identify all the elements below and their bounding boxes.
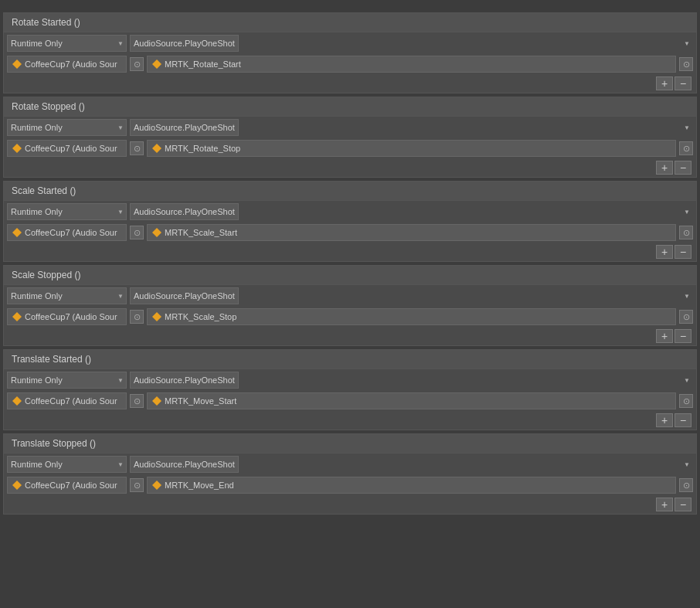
add-btn-scale-stopped[interactable]: + <box>656 329 673 343</box>
function-icon-translate-stopped <box>152 481 161 490</box>
object-name-translate-started: CoffeeCup7 (Audio Sour <box>25 396 121 406</box>
action-bar-translate-started: + − <box>4 411 696 430</box>
event-group-rotate-stopped: Rotate Stopped () Runtime Only Editor an… <box>3 97 697 178</box>
function-name-scale-stopped: MRTK_Scale_Stop <box>165 312 236 321</box>
function-field-translate-started[interactable]: MRTK_Move_Start <box>147 392 676 409</box>
function-icon-translate-started <box>152 396 161 406</box>
object-settings-btn-translate-started[interactable]: ⊙ <box>130 394 144 408</box>
object-row-rotate-started: CoffeeCup7 (Audio Sour ⊙ MRTK_Rotate_Sta… <box>4 54 696 74</box>
method-select-wrapper-scale-stopped: AudioSource.PlayOneShot <box>130 287 693 304</box>
object-icon-scale-started <box>12 228 22 237</box>
object-settings-btn-scale-stopped[interactable]: ⊙ <box>130 310 144 324</box>
method-select-rotate-started[interactable]: AudioSource.PlayOneShot <box>130 35 239 52</box>
function-field-rotate-stopped[interactable]: MRTK_Rotate_Stop <box>147 140 676 157</box>
function-field-translate-stopped[interactable]: MRTK_Move_End <box>147 477 676 494</box>
object-row-scale-stopped: CoffeeCup7 (Audio Sour ⊙ MRTK_Scale_Stop… <box>4 307 696 327</box>
runtime-select-wrapper-rotate-started: Runtime Only Editor and Runtime Off <box>7 35 127 52</box>
method-select-wrapper-translate-stopped: AudioSource.PlayOneShot <box>130 456 693 473</box>
event-group-scale-started: Scale Started () Runtime Only Editor and… <box>3 181 697 262</box>
method-select-wrapper-translate-started: AudioSource.PlayOneShot <box>130 372 693 389</box>
function-icon-rotate-started <box>152 59 161 69</box>
runtime-select-wrapper-scale-stopped: Runtime Only Editor and Runtime Off <box>7 287 127 304</box>
event-group-header-scale-started: Scale Started () <box>4 182 696 201</box>
function-field-rotate-started[interactable]: MRTK_Rotate_Start <box>147 56 676 73</box>
event-group-header-rotate-stopped: Rotate Stopped () <box>4 97 696 117</box>
add-btn-translate-started[interactable]: + <box>656 413 673 427</box>
action-bar-scale-started: + − <box>4 243 696 261</box>
object-row-translate-stopped: CoffeeCup7 (Audio Sour ⊙ MRTK_Move_End ⊙ <box>4 475 696 495</box>
function-field-scale-stopped[interactable]: MRTK_Scale_Stop <box>147 308 676 325</box>
object-settings-btn-translate-stopped[interactable]: ⊙ <box>130 478 144 492</box>
method-select-wrapper-scale-started: AudioSource.PlayOneShot <box>130 203 693 220</box>
object-name-rotate-started: CoffeeCup7 (Audio Sour <box>25 59 121 69</box>
add-btn-translate-stopped[interactable]: + <box>656 498 673 511</box>
object-icon-translate-started <box>12 396 22 406</box>
runtime-select-scale-started[interactable]: Runtime Only Editor and Runtime Off <box>7 203 127 220</box>
function-field-scale-started[interactable]: MRTK_Scale_Start <box>147 224 676 241</box>
object-field-scale-stopped[interactable]: CoffeeCup7 (Audio Sour <box>7 308 127 325</box>
event-group-header-translate-started: Translate Started () <box>4 350 696 369</box>
action-bar-rotate-stopped: + − <box>4 158 696 177</box>
event-group-header-translate-stopped: Translate Stopped () <box>4 434 696 453</box>
object-icon-rotate-started <box>12 59 22 69</box>
remove-btn-translate-stopped[interactable]: − <box>675 498 692 511</box>
function-settings-btn-translate-stopped[interactable]: ⊙ <box>679 478 693 492</box>
method-select-scale-started[interactable]: AudioSource.PlayOneShot <box>130 203 239 220</box>
object-field-translate-stopped[interactable]: CoffeeCup7 (Audio Sour <box>7 477 127 494</box>
object-field-scale-started[interactable]: CoffeeCup7 (Audio Sour <box>7 224 127 241</box>
runtime-row-scale-started: Runtime Only Editor and Runtime Off Audi… <box>4 201 696 222</box>
runtime-select-scale-stopped[interactable]: Runtime Only Editor and Runtime Off <box>7 287 127 304</box>
runtime-select-translate-started[interactable]: Runtime Only Editor and Runtime Off <box>7 372 127 389</box>
object-field-translate-started[interactable]: CoffeeCup7 (Audio Sour <box>7 392 127 409</box>
panel-title <box>0 0 700 9</box>
runtime-row-rotate-stopped: Runtime Only Editor and Runtime Off Audi… <box>4 117 696 138</box>
event-groups-container: Rotate Started () Runtime Only Editor an… <box>0 12 700 515</box>
function-name-rotate-stopped: MRTK_Rotate_Stop <box>165 144 240 153</box>
object-field-rotate-stopped[interactable]: CoffeeCup7 (Audio Sour <box>7 140 127 157</box>
function-icon-rotate-stopped <box>152 144 161 153</box>
remove-btn-scale-started[interactable]: − <box>675 245 692 259</box>
runtime-row-translate-started: Runtime Only Editor and Runtime Off Audi… <box>4 369 696 391</box>
runtime-select-wrapper-translate-started: Runtime Only Editor and Runtime Off <box>7 372 127 389</box>
event-group-translate-started: Translate Started () Runtime Only Editor… <box>3 349 697 430</box>
method-select-wrapper-rotate-started: AudioSource.PlayOneShot <box>130 35 693 52</box>
function-settings-btn-scale-started[interactable]: ⊙ <box>679 226 693 239</box>
object-row-scale-started: CoffeeCup7 (Audio Sour ⊙ MRTK_Scale_Star… <box>4 222 696 243</box>
function-settings-btn-scale-stopped[interactable]: ⊙ <box>679 310 693 324</box>
runtime-select-rotate-stopped[interactable]: Runtime Only Editor and Runtime Off <box>7 119 127 136</box>
remove-btn-scale-stopped[interactable]: − <box>675 329 692 343</box>
object-settings-btn-rotate-stopped[interactable]: ⊙ <box>130 141 144 155</box>
method-select-translate-stopped[interactable]: AudioSource.PlayOneShot <box>130 456 239 473</box>
runtime-select-translate-stopped[interactable]: Runtime Only Editor and Runtime Off <box>7 456 127 473</box>
object-name-scale-stopped: CoffeeCup7 (Audio Sour <box>25 312 121 321</box>
object-row-rotate-stopped: CoffeeCup7 (Audio Sour ⊙ MRTK_Rotate_Sto… <box>4 138 696 158</box>
action-bar-rotate-started: + − <box>4 74 696 93</box>
object-icon-scale-stopped <box>12 312 22 321</box>
method-select-rotate-stopped[interactable]: AudioSource.PlayOneShot <box>130 119 239 136</box>
object-name-scale-started: CoffeeCup7 (Audio Sour <box>25 228 121 237</box>
remove-btn-rotate-started[interactable]: − <box>675 76 692 90</box>
object-settings-btn-scale-started[interactable]: ⊙ <box>130 226 144 239</box>
object-row-translate-started: CoffeeCup7 (Audio Sour ⊙ MRTK_Move_Start… <box>4 391 696 411</box>
remove-btn-rotate-stopped[interactable]: − <box>675 161 692 175</box>
add-btn-rotate-stopped[interactable]: + <box>656 161 673 175</box>
object-name-rotate-stopped: CoffeeCup7 (Audio Sour <box>25 144 121 153</box>
runtime-select-rotate-started[interactable]: Runtime Only Editor and Runtime Off <box>7 35 127 52</box>
event-group-header-scale-stopped: Scale Stopped () <box>4 266 696 285</box>
remove-btn-translate-started[interactable]: − <box>675 413 692 427</box>
function-settings-btn-rotate-stopped[interactable]: ⊙ <box>679 141 693 155</box>
function-settings-btn-translate-started[interactable]: ⊙ <box>679 394 693 408</box>
event-group-translate-stopped: Translate Stopped () Runtime Only Editor… <box>3 433 697 515</box>
action-bar-translate-stopped: + − <box>4 495 696 514</box>
add-btn-rotate-started[interactable]: + <box>656 76 673 90</box>
add-btn-scale-started[interactable]: + <box>656 245 673 259</box>
method-select-scale-stopped[interactable]: AudioSource.PlayOneShot <box>130 287 239 304</box>
event-group-rotate-started: Rotate Started () Runtime Only Editor an… <box>3 12 697 93</box>
object-settings-btn-rotate-started[interactable]: ⊙ <box>130 57 144 71</box>
function-settings-btn-rotate-started[interactable]: ⊙ <box>679 57 693 71</box>
function-name-scale-started: MRTK_Scale_Start <box>165 228 237 237</box>
object-name-translate-stopped: CoffeeCup7 (Audio Sour <box>25 481 121 490</box>
object-field-rotate-started[interactable]: CoffeeCup7 (Audio Sour <box>7 56 127 73</box>
method-select-wrapper-rotate-stopped: AudioSource.PlayOneShot <box>130 119 693 136</box>
method-select-translate-started[interactable]: AudioSource.PlayOneShot <box>130 372 239 389</box>
